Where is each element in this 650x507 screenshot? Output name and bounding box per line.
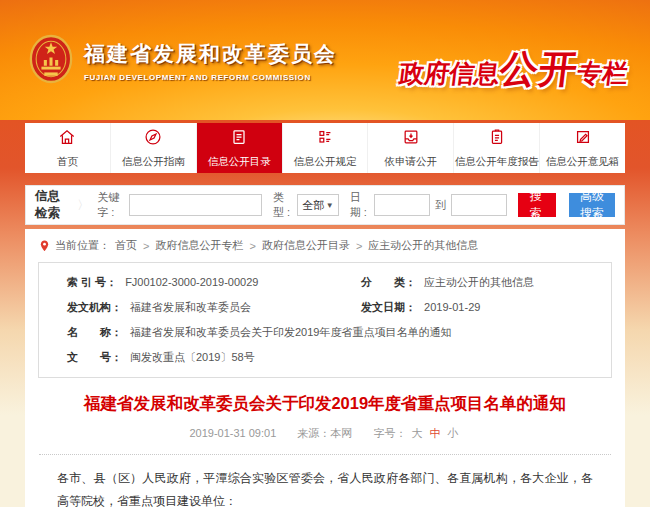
- column-title-part2: 公开: [497, 48, 580, 90]
- list-icon: [315, 127, 335, 151]
- article-paragraph-1: 各市、县（区）人民政府，平潭综合实验区管委会，省人民政府各部门、各直属机构，各大…: [57, 467, 593, 507]
- breadcrumb: 当前位置： 首页 > 政府信息公开专栏 > 政府信息公开目录 > 应主动公开的其…: [25, 229, 625, 259]
- breadcrumb-current[interactable]: 应主动公开的其他信息: [368, 238, 478, 253]
- breadcrumb-prefix: 当前位置：: [55, 238, 110, 253]
- keyword-label: 关键字 :: [97, 190, 124, 220]
- issue-date-value: 2019-01-29: [424, 295, 480, 320]
- issue-date-label: 发文日期：: [361, 295, 416, 320]
- org-name-cn: 福建省发展和改革委员会: [84, 40, 337, 68]
- type-label: 类型 :: [273, 190, 292, 220]
- nav-item-home[interactable]: 首页: [25, 123, 111, 173]
- fontsize-control: 字号： 大 中 小: [373, 427, 460, 439]
- chevron-right-icon: 〉: [77, 197, 89, 214]
- doc-number-label: 文 号：: [67, 345, 122, 370]
- nav-item-label: 首页: [57, 155, 78, 169]
- doc-number-value: 闽发改重点〔2019〕58号: [130, 345, 255, 370]
- nav-item-directory[interactable]: 信息公开目录: [197, 123, 283, 173]
- breadcrumb-separator: >: [249, 240, 255, 252]
- nav-item-guide[interactable]: 信息公开指南: [111, 123, 197, 173]
- fontsize-small-button[interactable]: 小: [448, 427, 459, 439]
- table-row: 文 号： 闽发改重点〔2019〕58号: [67, 345, 583, 370]
- home-icon: [57, 127, 77, 151]
- column-title-part1: 政府信息: [398, 59, 501, 87]
- fontsize-medium-button[interactable]: 中: [430, 427, 441, 439]
- column-title-part3: 专栏: [576, 59, 629, 87]
- nav-item-label: 依申请公开: [385, 155, 438, 169]
- document-info-table: 索 引 号： FJ00102-3000-2019-00029 分 类： 应主动公…: [38, 262, 612, 378]
- category-label: 分 类：: [361, 270, 416, 295]
- issuer-label: 发文机构：: [67, 295, 122, 320]
- inbox-arrow-icon: [401, 127, 421, 151]
- search-section-label: 信息检索: [35, 188, 69, 222]
- fontsize-large-button[interactable]: 大: [411, 427, 422, 439]
- search-bar: 信息检索 〉 关键字 : 类型 : 全部 ▼ 日期 : 到 搜 索 高级搜索: [25, 185, 625, 225]
- issuer-value: 福建省发展和改革委员会: [130, 295, 251, 320]
- nav-item-label: 信息公开目录: [208, 155, 271, 169]
- search-button[interactable]: 搜 索: [518, 193, 556, 217]
- type-select-value: 全部: [302, 198, 324, 213]
- document-icon: [229, 127, 249, 151]
- suggestion-box-icon: [573, 127, 593, 151]
- org-name-en: FUJIAN DEVELOPMENT AND REFORM COMMISSION: [84, 73, 337, 82]
- nav-item-request[interactable]: 依申请公开: [368, 123, 454, 173]
- type-select[interactable]: 全部 ▼: [297, 194, 338, 216]
- breadcrumb-separator: >: [143, 240, 149, 252]
- nav-item-regulations[interactable]: 信息公开规定: [283, 123, 369, 173]
- date-to-input[interactable]: [451, 194, 507, 216]
- article-body: 各市、县（区）人民政府，平潭综合实验区管委会，省人民政府各部门、各直属机构，各大…: [25, 455, 625, 507]
- org-identity: 福建省发展和改革委员会 FUJIAN DEVELOPMENT AND REFOR…: [28, 34, 337, 88]
- date-to-label: 到: [435, 198, 446, 213]
- nav-item-label: 信息公开规定: [294, 155, 357, 169]
- keyword-input[interactable]: [129, 194, 262, 216]
- national-emblem-logo: [28, 34, 74, 88]
- category-value: 应主动公开的其他信息: [424, 270, 534, 295]
- nav-item-suggestion-box[interactable]: 信息公开意见箱: [540, 123, 625, 173]
- date-from-input[interactable]: [374, 194, 430, 216]
- main-content: 当前位置： 首页 > 政府信息公开专栏 > 政府信息公开目录 > 应主动公开的其…: [25, 229, 625, 507]
- article-datetime: 2019-01-31 09:01: [189, 427, 276, 439]
- header-banner: 福建省发展和改革委员会 FUJIAN DEVELOPMENT AND REFOR…: [0, 0, 650, 120]
- table-row: 名 称： 福建省发展和改革委员会关于印发2019年度省重点项目名单的通知: [67, 320, 583, 345]
- select-arrow-icon: ▼: [326, 201, 334, 210]
- breadcrumb-gov-info-column[interactable]: 政府信息公开专栏: [155, 238, 243, 253]
- nav-item-annual-report[interactable]: 信息公开年度报告: [454, 123, 540, 173]
- nav-item-label: 信息公开年度报告: [455, 155, 539, 169]
- article-source: 来源：本网: [297, 427, 352, 439]
- date-label: 日期 :: [350, 190, 369, 220]
- doc-name-value: 福建省发展和改革委员会关于印发2019年度省重点项目名单的通知: [130, 320, 451, 345]
- article-meta: 2019-01-31 09:01 来源：本网 字号： 大 中 小: [25, 426, 625, 441]
- main-navigation: 首页 信息公开指南 信息公开目录 信息公开规定: [25, 123, 625, 173]
- clipboard-icon: [487, 127, 507, 151]
- location-pin-icon: [39, 239, 50, 253]
- index-number-value: FJ00102-3000-2019-00029: [125, 270, 258, 295]
- doc-name-label: 名 称：: [67, 320, 122, 345]
- table-row: 发文机构： 福建省发展和改革委员会 发文日期： 2019-01-29: [67, 295, 583, 320]
- advanced-search-button[interactable]: 高级搜索: [569, 193, 615, 217]
- article-title: 福建省发展和改革委员会关于印发2019年度省重点项目名单的通知: [25, 393, 625, 415]
- index-number-label: 索 引 号：: [67, 270, 117, 295]
- nav-item-label: 信息公开意见箱: [546, 155, 620, 169]
- table-row: 索 引 号： FJ00102-3000-2019-00029 分 类： 应主动公…: [67, 270, 583, 295]
- column-title: 政府信息公开专栏: [397, 44, 631, 95]
- breadcrumb-directory[interactable]: 政府信息公开目录: [262, 238, 350, 253]
- fontsize-label: 字号：: [373, 427, 406, 439]
- nav-item-label: 信息公开指南: [122, 155, 185, 169]
- breadcrumb-separator: >: [356, 240, 362, 252]
- compass-icon: [143, 127, 163, 151]
- breadcrumb-home[interactable]: 首页: [115, 238, 137, 253]
